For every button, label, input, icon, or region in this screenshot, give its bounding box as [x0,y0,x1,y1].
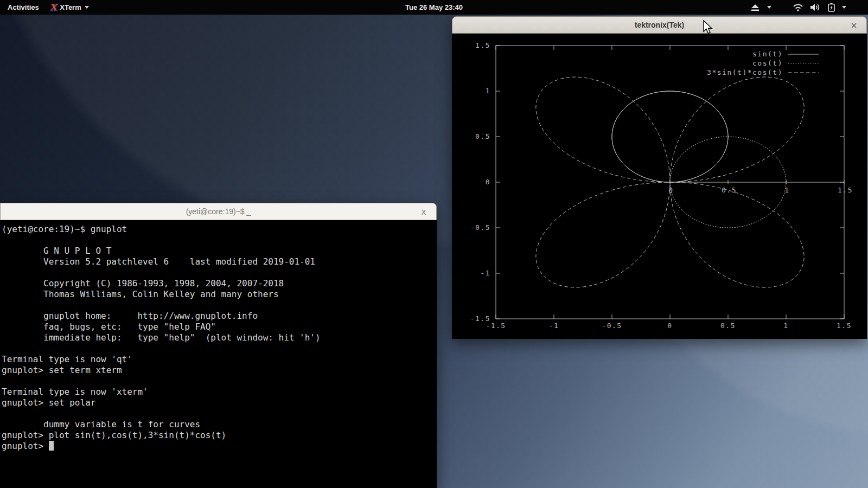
terminal-line: gnuplot> plot sin(t),cos(t),3*sin(t)*cos… [2,430,437,441]
xterm-icon: X [50,3,56,12]
top-bar: Activities X XTerm Tue 26 May 23:40 [0,0,868,15]
battery-icon [828,3,835,12]
terminal-line [2,376,437,387]
terminal-line: immediate help: type "help" (plot window… [2,332,437,343]
polar-plot: -1.5-1-0.500.511.5-1.5-1-0.500.511.500.5… [452,34,867,339]
chevron-down-icon [85,6,89,9]
r-tick-label: 1.5 [838,186,853,194]
xterm-terminal-window: (yeti@core:19)~$ _ x (yeti@core:19)~$ gn… [0,203,437,488]
terminal-line: G N U P L O T [2,246,437,256]
y-tick-label: 0 [486,178,490,186]
activities-button[interactable]: Activities [2,0,44,15]
r-tick-label: 0.5 [722,186,737,194]
chevron-down-icon [767,6,771,9]
r-tick-label: 1 [784,186,789,194]
x-tick-label: -1.5 [486,322,506,330]
terminal-line: gnuplot home: http://www.gnuplot.info [2,311,437,322]
clock-button[interactable]: Tue 26 May 23:40 [380,0,488,15]
legend-label: 3*sin(t)*cos(t) [707,68,783,76]
terminal-close-button[interactable]: x [417,203,431,221]
tektronix-plot-window: tektronix(Tek) × -1.5-1-0.500.511.5-1.5-… [452,16,867,339]
terminal-line: Copyright (C) 1986-1993, 1998, 2004, 200… [2,278,437,289]
terminal-line [2,343,437,354]
y-tick-label: -0.5 [470,223,490,232]
x-tick-label: -1 [549,322,559,330]
terminal-line [2,408,437,419]
terminal-line: (yeti@core:19)~$ gnuplot [2,224,437,235]
system-status-area[interactable] [750,0,846,15]
x-tick-label: 0 [667,322,672,330]
x-tick-label: 1.5 [837,322,852,330]
x-tick-label: 0.5 [720,322,736,330]
terminal-line: Thomas Williams, Colin Kelley and many o… [2,289,437,300]
terminal-title: (yeti@core:19)~$ _ [186,207,251,216]
terminal-line: faq, bugs, etc: type "help FAQ" [2,322,437,332]
eject-icon [750,4,760,11]
terminal-output[interactable]: (yeti@core:19)~$ gnuplot G N U P L O T V… [0,220,437,488]
volume-icon [810,3,821,11]
terminal-line: gnuplot> [2,441,437,452]
terminal-line: dummy variable is t for curves [2,419,437,430]
y-tick-label: 1.5 [475,41,490,49]
x-tick-label: 1 [783,322,788,330]
terminal-line [2,267,437,278]
tek-plot-canvas: -1.5-1-0.500.511.5-1.5-1-0.500.511.500.5… [452,34,867,339]
tek-close-button[interactable]: × [847,17,861,34]
terminal-line [2,300,437,311]
legend-label: sin(t) [752,50,783,58]
curve-sin [612,91,728,182]
terminal-titlebar[interactable]: (yeti@core:19)~$ _ x [0,203,437,220]
app-menu-label: XTerm [60,3,81,11]
terminal-line: Version 5.2 patchlevel 6 last modified 2… [2,256,437,267]
chevron-down-icon [842,6,846,9]
mouse-cursor [703,20,714,34]
y-tick-label: 0.5 [475,132,490,140]
app-menu-button[interactable]: X XTerm [44,0,94,15]
terminal-line: Terminal type is now 'qt' [2,354,437,365]
terminal-line [2,235,437,246]
terminal-cursor [49,441,54,451]
tek-title: tektronix(Tek) [635,21,685,29]
y-tick-label: -1 [480,269,490,277]
terminal-line: Terminal type is now 'xterm' [2,387,437,397]
x-tick-label: -0.5 [602,322,622,330]
tek-titlebar[interactable]: tektronix(Tek) × [452,16,867,34]
y-tick-label: 1 [486,87,490,95]
wifi-icon [793,4,803,11]
legend-label: cos(t) [752,59,783,67]
top-bar-left: Activities X XTerm [2,0,94,15]
terminal-line: gnuplot> set polar [2,397,437,408]
terminal-line: gnuplot> set term xterm [2,365,437,376]
